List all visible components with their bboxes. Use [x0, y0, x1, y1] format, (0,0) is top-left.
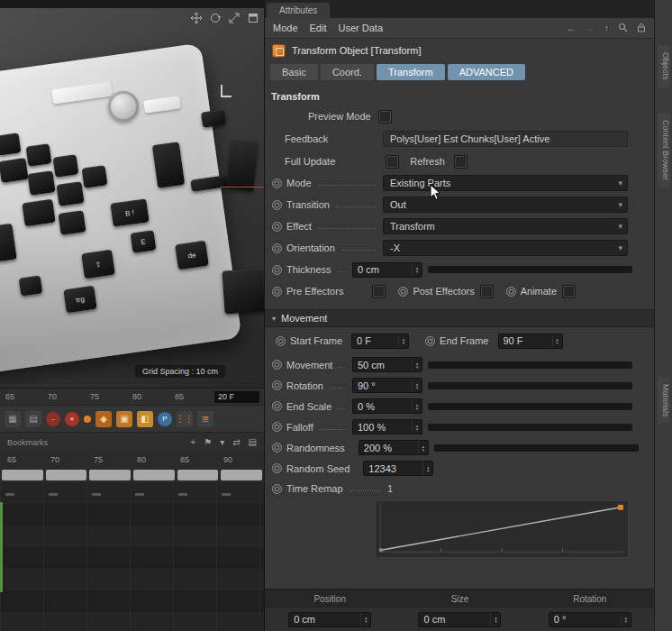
tab-coord[interactable]: Coord. — [321, 64, 374, 80]
back-icon[interactable]: ← — [567, 23, 577, 33]
stepper-down-icon[interactable]: ▾ — [403, 341, 405, 344]
search-icon[interactable] — [618, 23, 628, 34]
orbit-icon[interactable] — [209, 12, 222, 24]
mute-record-icon[interactable]: – — [46, 412, 60, 426]
stepper-down-icon[interactable]: ▾ — [416, 270, 419, 273]
up-icon[interactable]: ↑ — [604, 23, 610, 33]
magnet-keys-icon[interactable]: ◧ — [137, 411, 153, 427]
size-x-field[interactable]: 0 cm ▴▾ — [418, 612, 501, 627]
position-x-field[interactable]: 0 cm ▴▾ — [288, 612, 371, 627]
record-active-icon[interactable]: ● — [65, 412, 79, 426]
stepper-arrows[interactable]: ▴▾ — [412, 358, 422, 371]
stepper-down-icon[interactable]: ▾ — [416, 427, 419, 431]
param-value-field[interactable]: 100 %▴▾ — [352, 419, 422, 434]
stepper-arrows[interactable]: ▴▾ — [490, 613, 500, 626]
time-remap-curve[interactable] — [375, 500, 629, 558]
forward-icon[interactable]: → — [586, 23, 595, 33]
stepper-arrows[interactable]: ▴▾ — [412, 420, 422, 434]
tab-attributes[interactable]: Attributes — [267, 3, 330, 18]
effect-dropdown[interactable]: Transform ▾ — [383, 218, 628, 234]
spline-graph[interactable] — [375, 500, 629, 558]
tab-basic[interactable]: Basic — [270, 64, 318, 80]
dope-sheet-icon[interactable]: ⋮⋮ — [177, 411, 193, 427]
keyframe-circle-icon[interactable] — [276, 336, 286, 346]
stepper-arrows[interactable]: ▴▾ — [422, 462, 432, 475]
animate-checkbox[interactable] — [562, 285, 576, 298]
menu-mode[interactable]: Mode — [273, 23, 298, 33]
fcurve-mode-icon[interactable]: ≣ — [197, 411, 213, 427]
param-slider[interactable] — [428, 361, 632, 369]
autokey-icon[interactable]: ◆ — [95, 411, 112, 427]
stepper-arrows[interactable]: ▴▾ — [621, 613, 631, 626]
keyframe-circle-icon[interactable] — [272, 200, 282, 210]
stepper-arrows[interactable]: ▴▾ — [398, 334, 408, 348]
maximize-icon[interactable] — [247, 12, 259, 24]
post-effectors-checkbox[interactable] — [480, 285, 494, 298]
keyframe-circle-icon[interactable] — [506, 287, 516, 297]
thickness-slider[interactable] — [428, 266, 632, 273]
stepper-down-icon[interactable]: ▾ — [416, 407, 419, 410]
dope-sheet-ruler[interactable]: 657075808590 — [0, 452, 264, 468]
keyframe-circle-icon[interactable] — [398, 287, 408, 297]
key-selection-icon[interactable]: ▣ — [116, 411, 132, 427]
param-slider[interactable] — [428, 403, 632, 410]
tab-advanced[interactable]: ADVANCED — [448, 64, 525, 80]
dock-tab-objects[interactable]: Objects — [658, 45, 670, 87]
mode-dropdown[interactable]: Existing Parts ▾ — [383, 175, 628, 191]
swap-icon[interactable]: ⇄ — [232, 437, 240, 447]
stepper-down-icon[interactable]: ▾ — [556, 341, 558, 344]
keyframe-circle-icon[interactable] — [425, 336, 435, 346]
keyframe-circle-icon[interactable] — [272, 287, 282, 297]
stepper-down-icon[interactable]: ▾ — [625, 619, 628, 623]
pre-effectors-checkbox[interactable] — [372, 285, 386, 298]
keyframe-bar-segment[interactable] — [89, 470, 131, 480]
keyframe-bar-segment[interactable] — [221, 470, 262, 480]
keyframe-circle-icon[interactable] — [272, 243, 282, 253]
keyframe-circle-icon[interactable] — [272, 401, 282, 411]
stepper-arrows[interactable]: ▴▾ — [412, 379, 422, 392]
parent-mode-icon[interactable]: P — [158, 412, 172, 426]
keyframe-circle-icon[interactable] — [272, 443, 282, 453]
keyframe-bar-segment[interactable] — [46, 470, 87, 480]
dock-tab-content-browser[interactable]: Content Browser — [658, 113, 670, 187]
options-icon[interactable]: ▤ — [249, 437, 257, 447]
param-slider[interactable] — [434, 444, 639, 452]
stepper-down-icon[interactable]: ▾ — [365, 619, 368, 623]
stepper-down-icon[interactable]: ▾ — [422, 448, 425, 452]
param-slider[interactable] — [428, 424, 632, 431]
flag-icon[interactable]: ⚑ — [204, 437, 212, 447]
end-frame-field[interactable]: 90 F ▴▾ — [498, 334, 563, 349]
param-value-field[interactable]: 90 °▴▾ — [352, 378, 422, 393]
stepper-arrows[interactable]: ▴▾ — [412, 263, 422, 277]
add-bookmark-icon[interactable]: + — [190, 437, 195, 447]
keyframe-circle-icon[interactable] — [272, 222, 282, 232]
start-frame-field[interactable]: 0 F ▴▾ — [351, 334, 409, 349]
rotation-h-field[interactable]: 0 ° ▴▾ — [549, 612, 631, 627]
param-value-field[interactable]: 0 %▴▾ — [352, 398, 422, 414]
stepper-down-icon[interactable]: ▾ — [416, 365, 419, 369]
movement-section-header[interactable]: ▾ Movement — [265, 309, 654, 327]
keyframe-circle-icon[interactable] — [272, 178, 282, 188]
keyframe-dot-icon[interactable] — [84, 416, 91, 423]
param-value-field[interactable]: 200 %▴▾ — [359, 440, 429, 455]
dropdown-icon[interactable]: ▾ — [220, 437, 224, 447]
keyframe-bar-segment[interactable] — [2, 470, 43, 480]
dope-sheet-tracks[interactable] — [0, 482, 264, 631]
keyframe-circle-icon[interactable] — [272, 265, 282, 275]
keyframe-circle-icon[interactable] — [272, 422, 282, 432]
layers-icon[interactable]: ▤ — [25, 411, 41, 427]
stepper-down-icon[interactable]: ▾ — [495, 619, 497, 623]
collapse-triangle-icon[interactable]: ▾ — [272, 315, 276, 323]
keyframe-bar-segment[interactable] — [133, 470, 175, 480]
stepper-arrows[interactable]: ▴▾ — [412, 399, 422, 413]
stepper-down-icon[interactable]: ▾ — [427, 469, 430, 472]
param-value-field[interactable]: 12343▴▾ — [363, 461, 433, 476]
keyframe-circle-icon[interactable] — [272, 484, 282, 494]
menu-edit[interactable]: Edit — [310, 23, 327, 33]
keyframe-bar-segment[interactable] — [177, 470, 219, 480]
orientation-dropdown[interactable]: -X ▾ — [383, 240, 628, 256]
viewport-3d[interactable]: B !Ede⇧trg Grid Spacing : 10 cm — [0, 8, 264, 388]
keyframe-circle-icon[interactable] — [272, 463, 282, 473]
stepper-arrows[interactable]: ▴▾ — [360, 613, 370, 626]
preview-mode-checkbox[interactable] — [378, 110, 392, 123]
